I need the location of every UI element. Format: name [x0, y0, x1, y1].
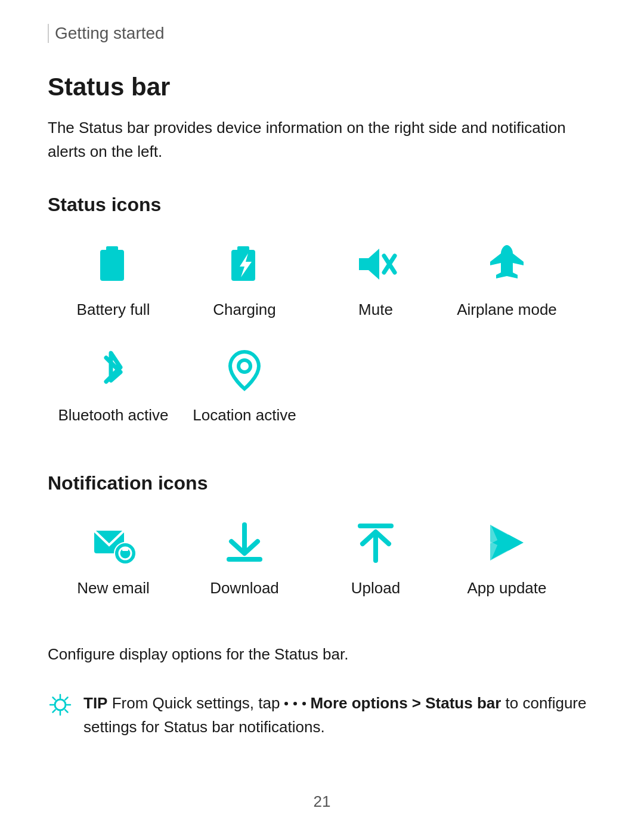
page-title: Status bar — [48, 73, 596, 101]
mute-icon — [349, 237, 402, 291]
page-description: The Status bar provides device informati… — [48, 116, 584, 164]
svg-point-10 — [114, 543, 136, 564]
status-icon-charging: Charging — [179, 237, 310, 319]
status-icon-location-active: Location active — [179, 343, 310, 425]
tip-box: TIP From Quick settings, tap More option… — [48, 685, 596, 745]
download-label: Download — [210, 579, 279, 597]
battery-full-label: Battery full — [77, 301, 150, 319]
charging-label: Charging — [213, 301, 276, 319]
tip-keyword: TIP — [83, 694, 107, 712]
tip-sun-icon — [48, 692, 73, 720]
notification-icons-grid: New email Download Upload — [48, 516, 596, 615]
configure-text: Configure display options for the Status… — [48, 645, 596, 664]
svg-line-28 — [53, 710, 55, 712]
battery-full-icon — [86, 237, 140, 291]
svg-line-27 — [65, 697, 67, 699]
svg-line-25 — [53, 697, 55, 699]
mute-label: Mute — [358, 301, 393, 319]
app-update-label: App update — [467, 579, 546, 597]
status-icon-battery-full: Battery full — [48, 237, 179, 319]
tip-text: TIP From Quick settings, tap More option… — [83, 691, 596, 739]
status-icon-airplane-mode: Airplane mode — [441, 237, 572, 319]
new-email-label: New email — [77, 579, 149, 597]
tip-bold-text: More options > Status bar — [310, 694, 501, 712]
charging-icon — [218, 237, 271, 291]
more-options-dots-icon — [284, 702, 288, 705]
status-icon-mute: Mute — [310, 237, 441, 319]
svg-rect-12 — [122, 547, 128, 551]
svg-marker-5 — [359, 249, 379, 280]
bluetooth-active-icon — [86, 343, 140, 397]
location-active-label: Location active — [193, 406, 296, 425]
notification-icon-download: Download — [179, 516, 310, 597]
notification-icon-new-email: New email — [48, 516, 179, 597]
breadcrumb-text: Getting started — [55, 24, 165, 43]
app-update-icon — [480, 516, 534, 569]
status-icons-title: Status icons — [48, 194, 596, 216]
notification-icons-title: Notification icons — [48, 472, 596, 494]
airplane-mode-label: Airplane mode — [457, 301, 557, 319]
airplane-mode-icon — [480, 237, 534, 291]
location-active-icon — [218, 343, 271, 397]
new-email-icon — [86, 516, 140, 569]
notification-icon-app-update: App update — [441, 516, 572, 597]
download-icon — [218, 516, 271, 569]
svg-rect-1 — [106, 246, 118, 251]
upload-icon — [349, 516, 402, 569]
status-icon-bluetooth-active: Bluetooth active — [48, 343, 179, 425]
breadcrumb: Getting started — [48, 24, 596, 43]
svg-point-20 — [55, 699, 66, 710]
svg-rect-0 — [100, 250, 124, 281]
tip-text-before: From Quick settings, tap — [112, 694, 284, 712]
svg-line-26 — [65, 710, 67, 712]
svg-rect-3 — [237, 246, 249, 251]
bluetooth-active-label: Bluetooth active — [58, 406, 168, 425]
notification-icon-upload: Upload — [310, 516, 441, 597]
upload-label: Upload — [351, 579, 400, 597]
status-icons-grid: Battery full Charging Mut — [48, 237, 596, 442]
page-number: 21 — [48, 792, 596, 811]
svg-point-8 — [239, 360, 250, 372]
